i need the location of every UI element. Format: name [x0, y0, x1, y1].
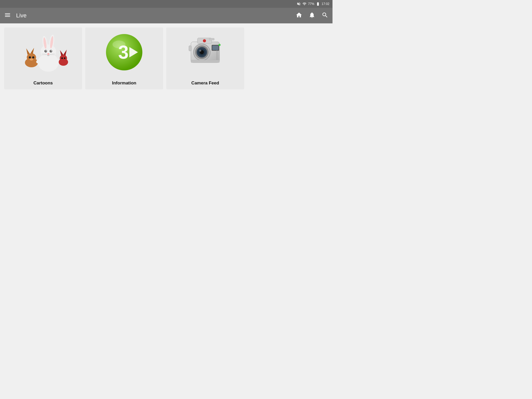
status-bar: 77% 17:02 [0, 0, 332, 8]
status-icons: 77% 17:02 [297, 2, 329, 6]
svg-point-26 [60, 55, 67, 62]
cartoons-card[interactable]: Cartoons [4, 28, 82, 89]
svg-rect-48 [209, 38, 214, 40]
bell-icon [309, 12, 315, 18]
app-bar-left: Live [4, 12, 26, 19]
search-button[interactable] [322, 12, 328, 19]
cartoons-image [4, 28, 82, 77]
mute-icon [297, 2, 301, 6]
svg-point-16 [45, 50, 46, 51]
information-card[interactable]: 3 Information [85, 28, 163, 89]
svg-rect-45 [212, 45, 218, 50]
svg-point-37 [203, 39, 206, 42]
svg-point-7 [30, 58, 33, 61]
camera-feed-label: Camera Feed [191, 77, 219, 89]
camera-feed-card[interactable]: Camera Feed [166, 28, 244, 89]
svg-point-43 [199, 50, 201, 52]
svg-rect-50 [189, 46, 191, 51]
svg-point-17 [51, 50, 52, 51]
time-display: 17:02 [322, 2, 329, 6]
search-icon [322, 12, 328, 18]
app-bar-right [296, 12, 328, 19]
information-label: Information [112, 77, 136, 89]
svg-point-5 [29, 56, 31, 58]
hamburger-menu-button[interactable] [4, 12, 11, 19]
page-title: Live [16, 12, 26, 19]
svg-text:3: 3 [118, 42, 129, 63]
svg-point-9 [41, 44, 56, 59]
wifi-icon [302, 2, 307, 6]
svg-point-6 [32, 56, 34, 58]
app-bar: Live [0, 8, 332, 23]
home-button[interactable] [296, 12, 302, 19]
battery-level: 77% [308, 2, 314, 6]
svg-point-30 [64, 57, 65, 59]
home-icon [296, 12, 302, 18]
information-image: 3 [85, 28, 163, 77]
svg-point-18 [47, 53, 49, 55]
camera-image [166, 28, 244, 77]
battery-icon [316, 2, 320, 6]
notification-button[interactable] [309, 12, 315, 19]
svg-point-51 [218, 44, 221, 46]
main-content: Cartoons 3 Informa [0, 23, 332, 94]
svg-point-29 [61, 57, 63, 59]
svg-rect-49 [191, 60, 220, 63]
cartoons-label: Cartoons [34, 77, 53, 89]
